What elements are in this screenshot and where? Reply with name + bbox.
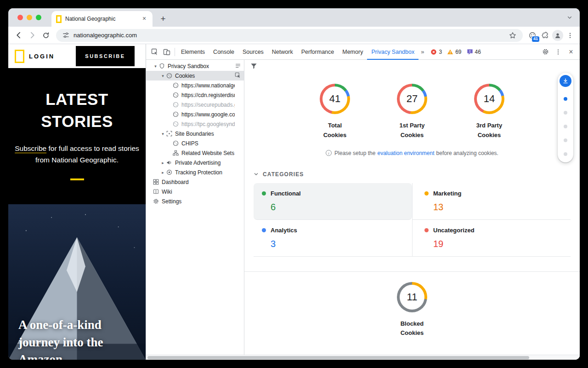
- horizontal-scrollbar[interactable]: [146, 355, 580, 360]
- national-geographic-logo[interactable]: [15, 50, 24, 63]
- section-dot[interactable]: [564, 152, 567, 156]
- tab-search-chevron-icon[interactable]: [567, 15, 572, 20]
- extensions-puzzle-icon[interactable]: [539, 29, 551, 41]
- third-party-cookies-label: 3rd Party Cookies: [472, 121, 506, 140]
- tree-item-site-boundaries[interactable]: ▾ Site Boundaries: [146, 129, 244, 138]
- warning-counter[interactable]: 69: [447, 49, 461, 55]
- category-functional[interactable]: Functional 6: [254, 183, 412, 220]
- more-tabs-icon[interactable]: »: [418, 48, 426, 55]
- maximize-window-button[interactable]: [36, 15, 41, 20]
- expander-icon[interactable]: ▾: [160, 74, 166, 78]
- category-marketing[interactable]: Marketing 13: [412, 183, 571, 220]
- tree-item-wiki[interactable]: Wiki: [146, 187, 244, 196]
- marketing-dot-icon: [424, 191, 429, 196]
- tree-item-url-google[interactable]: https://www.google.com: [146, 109, 244, 119]
- subscribe-link[interactable]: Subscribe: [15, 144, 46, 152]
- filter-bar: [244, 60, 580, 72]
- tree-item-related-website-sets[interactable]: Related Website Sets: [146, 148, 244, 158]
- category-analytics[interactable]: Analytics 3: [254, 220, 412, 257]
- inspect-element-icon[interactable]: [149, 46, 161, 58]
- category-uncategorized[interactable]: Uncategorized 19: [412, 220, 571, 257]
- login-link[interactable]: LOGIN: [29, 53, 55, 60]
- tab-sources[interactable]: Sources: [238, 44, 268, 60]
- close-window-button[interactable]: [17, 15, 23, 20]
- section-dot-active[interactable]: [564, 97, 567, 101]
- section-dot[interactable]: [564, 111, 567, 115]
- cookie-icon: [172, 140, 179, 147]
- devtools-menu-kebab-icon[interactable]: [552, 46, 564, 58]
- first-party-cookies-label: 1st Party Cookies: [395, 121, 429, 140]
- forward-button[interactable]: [26, 29, 39, 42]
- filter-funnel-icon[interactable]: [250, 63, 257, 69]
- cookie-extension-icon[interactable]: 41: [526, 29, 538, 41]
- download-report-button[interactable]: [560, 75, 571, 87]
- traffic-lights: [17, 15, 41, 20]
- expander-icon[interactable]: ▸: [160, 170, 166, 175]
- tree-item-chips[interactable]: CHIPS: [146, 138, 244, 148]
- evaluation-environment-link[interactable]: evaluation environment: [377, 150, 434, 156]
- url-text: nationalgeographic.com: [74, 32, 504, 39]
- section-dot[interactable]: [564, 125, 567, 128]
- profile-avatar[interactable]: [552, 30, 563, 41]
- tree-item-settings[interactable]: Settings: [146, 196, 244, 206]
- tree-item-privacy-sandbox[interactable]: ▾ Privacy Sandbox: [146, 61, 244, 71]
- scrollbar-thumb[interactable]: [147, 356, 529, 359]
- devtools-settings-gear-icon[interactable]: [539, 46, 551, 58]
- first-party-cookies-chart: 27 1st Party Cookies: [386, 84, 438, 140]
- minimize-window-button[interactable]: [27, 15, 32, 20]
- tree-item-url-securepubads[interactable]: https://securepubads.g..: [146, 100, 244, 109]
- tree-item-url-googlesyndication[interactable]: https://tpc.googlesyndic: [146, 119, 244, 129]
- info-icon: i: [326, 150, 332, 156]
- expander-icon[interactable]: ▾: [153, 64, 158, 69]
- back-button[interactable]: [12, 29, 25, 42]
- tree-item-cookies[interactable]: ▾ Cookies: [146, 71, 244, 80]
- tab-title: National Geographic: [65, 16, 137, 22]
- extension-badge: 41: [531, 36, 540, 42]
- window-content: LOGIN SUBSCRIBE LATEST STORIES Subscribe…: [8, 44, 580, 360]
- section-dot[interactable]: [564, 138, 567, 142]
- third-party-cookies-value: 14: [484, 93, 495, 105]
- tab-close-icon[interactable]: ×: [141, 15, 148, 23]
- site-settings-icon[interactable]: [62, 29, 70, 41]
- categories-title: CATEGORIES: [263, 171, 304, 178]
- subscribe-button[interactable]: SUBSCRIBE: [76, 46, 135, 66]
- error-icon: [430, 49, 437, 55]
- cookie-icon: [172, 92, 179, 98]
- tree-item-tracking-protection[interactable]: ▸ Tracking Protection: [146, 167, 244, 177]
- collapse-sidebar-icon[interactable]: [235, 63, 241, 69]
- browser-menu-kebab-icon[interactable]: [564, 29, 576, 41]
- devtools-panel: Elements Console Sources Network Perform…: [146, 44, 580, 360]
- expander-icon[interactable]: ▸: [160, 161, 166, 165]
- browser-toolbar: nationalgeographic.com 41: [8, 27, 580, 44]
- tree-item-url-nationalgeographic[interactable]: https://www.nationalgeo: [146, 80, 244, 90]
- new-tab-button[interactable]: +: [157, 13, 169, 25]
- devtools-tabs: Elements Console Sources Network Perform…: [177, 44, 418, 60]
- toolbar-separator: [175, 48, 175, 56]
- story-title-link[interactable]: A one-of-a-kind journey into the Amazon: [18, 316, 131, 360]
- device-toolbar-icon[interactable]: [161, 46, 173, 58]
- tab-network[interactable]: Network: [268, 44, 297, 60]
- tab-privacy-sandbox[interactable]: Privacy Sandbox: [367, 44, 418, 60]
- chevron-down-icon[interactable]: [254, 172, 259, 177]
- error-counter[interactable]: 3: [430, 49, 442, 55]
- tree-item-private-advertising[interactable]: ▸ Private Advertising: [146, 158, 244, 167]
- bookmark-star-icon[interactable]: [508, 29, 517, 41]
- book-icon: [153, 188, 159, 195]
- browser-tab[interactable]: National Geographic ×: [51, 11, 153, 27]
- tab-memory[interactable]: Memory: [338, 44, 367, 60]
- tab-elements[interactable]: Elements: [177, 44, 209, 60]
- devtools-close-icon[interactable]: ×: [565, 48, 577, 56]
- address-bar[interactable]: nationalgeographic.com: [56, 29, 523, 42]
- cookie-icon: [172, 111, 179, 118]
- expander-icon[interactable]: ▾: [160, 132, 166, 136]
- tab-console[interactable]: Console: [209, 44, 238, 60]
- picker-icon[interactable]: [235, 72, 241, 79]
- categories-section-header[interactable]: CATEGORIES: [254, 171, 580, 178]
- tree-item-dashboard[interactable]: Dashboard: [146, 177, 244, 187]
- tracking-protection-icon: [166, 169, 173, 176]
- issues-counter[interactable]: 46: [467, 49, 481, 55]
- total-cookies-value: 41: [329, 93, 340, 105]
- tree-item-url-registerdisney[interactable]: https://cdn.registerdisne: [146, 90, 244, 100]
- tab-performance[interactable]: Performance: [297, 44, 339, 60]
- reload-button[interactable]: [40, 29, 52, 42]
